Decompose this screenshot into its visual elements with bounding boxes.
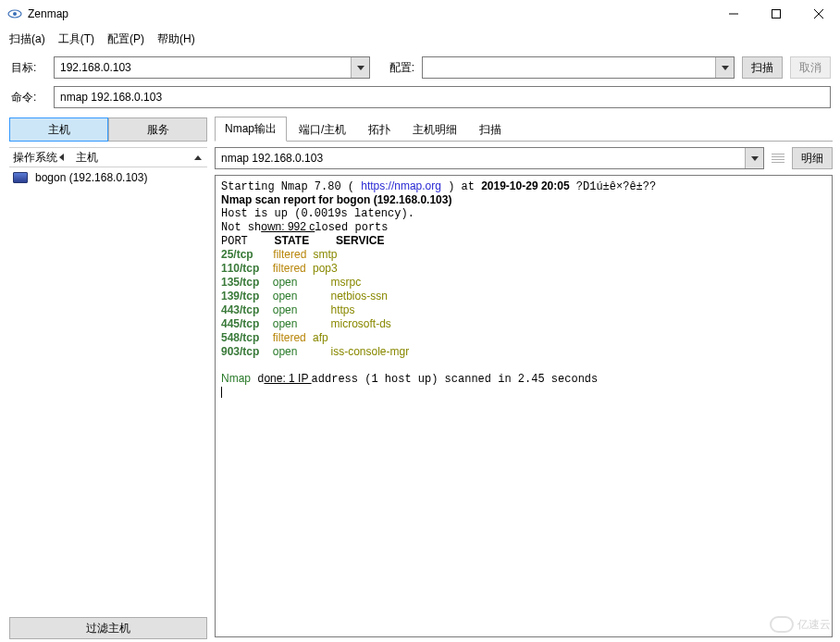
app-icon <box>7 6 22 21</box>
maximize-button[interactable] <box>755 0 797 27</box>
command-row: 命令: <box>0 82 840 112</box>
minimize-button[interactable] <box>712 0 755 27</box>
target-row: 目标: 配置: 扫描 取消 <box>0 53 840 82</box>
host-list-header: 操作系统 主机 <box>9 147 207 167</box>
output-scan-input[interactable] <box>215 147 764 169</box>
output-scan-dropdown-button[interactable] <box>745 148 763 168</box>
sort-left-icon <box>59 154 64 161</box>
tab-scans[interactable]: 扫描 <box>469 117 512 142</box>
cancel-button[interactable]: 取消 <box>790 56 831 79</box>
cloud-icon <box>770 616 794 633</box>
left-pane: 主机 服务 操作系统 主机 bogon (192.168.0.103) 过滤主机 <box>0 112 211 642</box>
host-row[interactable]: bogon (192.168.0.103) <box>9 167 207 188</box>
nmap-output[interactable]: Starting Nmap 7.80 ( https://nmap.org ) … <box>215 175 833 637</box>
chevron-down-icon <box>751 156 759 161</box>
os-icon <box>13 172 28 183</box>
tab-host-detail[interactable]: 主机明细 <box>402 117 467 142</box>
target-label: 目标: <box>9 60 46 76</box>
right-pane: Nmap输出 端口/主机 拓扑 主机明细 扫描 明细 Starting Nmap… <box>211 112 840 642</box>
titlebar: Zenmap <box>0 0 840 28</box>
svg-rect-3 <box>772 9 781 18</box>
menu-help[interactable]: 帮助(H) <box>157 31 195 47</box>
sort-up-icon <box>194 155 202 160</box>
profile-label: 配置: <box>377 60 414 76</box>
svg-point-1 <box>13 12 17 16</box>
host-list: bogon (192.168.0.103) <box>9 167 207 613</box>
menu-config[interactable]: 配置(P) <box>107 31 144 47</box>
target-input[interactable] <box>54 56 370 79</box>
target-dropdown-button[interactable] <box>351 57 369 78</box>
close-button[interactable] <box>797 0 840 27</box>
profile-dropdown-button[interactable] <box>715 57 734 78</box>
menu-tools[interactable]: 工具(T) <box>58 31 94 47</box>
command-label: 命令: <box>9 90 46 105</box>
host-name: bogon (192.168.0.103) <box>35 171 147 184</box>
output-toolbar: 明细 <box>215 147 833 169</box>
tab-ports[interactable]: 端口/主机 <box>289 117 356 142</box>
tab-hosts[interactable]: 主机 <box>9 117 108 142</box>
col-host[interactable]: 主机 <box>72 150 207 166</box>
menu-scan[interactable]: 扫描(a) <box>9 31 45 47</box>
profile-combo[interactable] <box>422 56 735 79</box>
tab-nmap-output[interactable]: Nmap输出 <box>215 117 287 142</box>
window-controls <box>712 0 840 27</box>
tab-topology[interactable]: 拓扑 <box>358 117 401 142</box>
filter-hosts-button[interactable]: 过滤主机 <box>9 617 207 639</box>
command-input[interactable] <box>54 86 831 108</box>
target-combo[interactable] <box>54 56 370 79</box>
chevron-down-icon <box>722 66 729 70</box>
main-body: 主机 服务 操作系统 主机 bogon (192.168.0.103) 过滤主机… <box>0 112 840 642</box>
tab-services[interactable]: 服务 <box>108 117 207 142</box>
col-os[interactable]: 操作系统 <box>9 150 72 166</box>
profile-input[interactable] <box>422 56 735 79</box>
view-options-button[interactable] <box>770 148 786 168</box>
scan-button[interactable]: 扫描 <box>742 56 783 79</box>
window-title: Zenmap <box>28 7 712 20</box>
left-tabs: 主机 服务 <box>9 117 207 142</box>
chevron-down-icon <box>357 66 364 70</box>
output-scan-combo[interactable] <box>215 147 764 169</box>
watermark: 亿速云 <box>770 616 831 633</box>
detail-button[interactable]: 明细 <box>792 147 833 169</box>
menubar: 扫描(a) 工具(T) 配置(P) 帮助(H) <box>0 28 840 53</box>
output-tabs: Nmap输出 端口/主机 拓扑 主机明细 扫描 <box>215 117 833 142</box>
